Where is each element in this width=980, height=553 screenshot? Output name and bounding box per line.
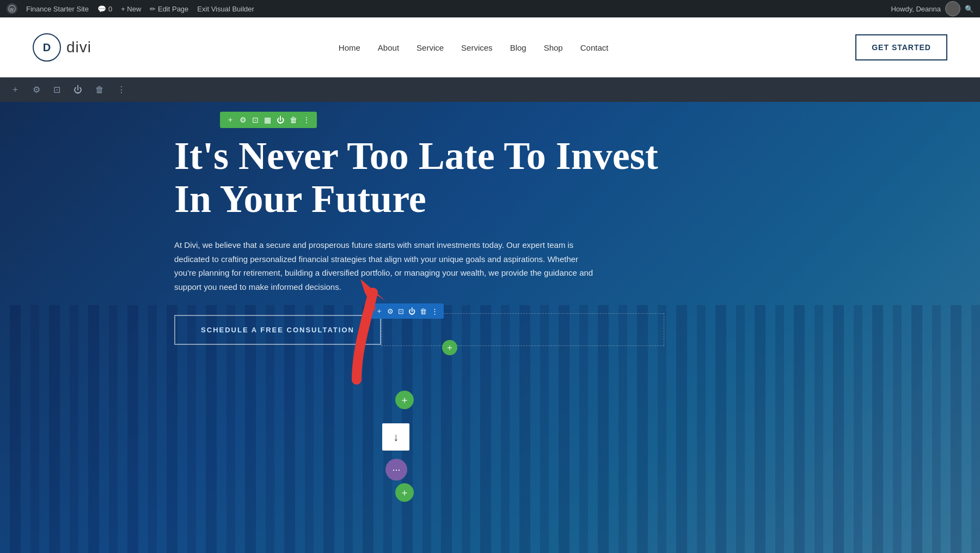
nav-service[interactable]: Service: [416, 43, 444, 52]
search-icon[interactable]: 🔍: [965, 5, 973, 13]
svg-marker-3: [360, 279, 385, 312]
module-power-icon[interactable]: ⏻: [408, 307, 415, 315]
exit-visual-builder-button[interactable]: Exit Visual Builder: [197, 5, 254, 13]
builder-delete-icon[interactable]: 🗑: [93, 83, 106, 97]
add-below-cta-icon[interactable]: ＋: [395, 391, 414, 409]
nav-contact[interactable]: Contact: [580, 43, 609, 52]
builder-settings-icon[interactable]: ⚙: [30, 82, 42, 97]
site-name[interactable]: Finance Starter Site: [26, 5, 89, 13]
comment-icon: 💬: [97, 5, 106, 13]
hero-section: ＋ ⚙ ⊡ ▦ ⏻ 🗑 ⋮ It's Never Too Late To Inv…: [0, 102, 980, 553]
site-nav: Home About Service Services Blog Shop Co…: [339, 43, 609, 52]
purple-dots-icon[interactable]: ···: [385, 459, 407, 481]
nav-shop[interactable]: Shop: [544, 43, 563, 52]
row-duplicate-icon[interactable]: ⊡: [252, 116, 259, 124]
down-arrow-icon[interactable]: ↓: [382, 423, 409, 451]
inner-add-icon[interactable]: ＋: [442, 340, 457, 355]
hero-title: It's Never Too Late To Invest In Your Fu…: [174, 135, 664, 221]
nav-blog[interactable]: Blog: [510, 43, 526, 52]
cta-row: SCHEDULE A FREE CONSULTATION ＋ ⚙ ⊡ ⏻ 🗑 ⋮…: [174, 313, 664, 346]
comments-link[interactable]: 💬 0: [97, 5, 112, 13]
add-below-cta: ＋: [395, 391, 414, 409]
wordpress-logo-icon[interactable]: W: [7, 3, 17, 14]
bottom-add-button: ＋: [395, 483, 414, 502]
inner-add-button: ＋: [442, 340, 457, 355]
hero-content: It's Never Too Late To Invest In Your Fu…: [174, 135, 664, 357]
module-delete-icon[interactable]: 🗑: [420, 307, 427, 315]
down-arrow-button: ↓: [382, 423, 409, 451]
admin-bar: W Finance Starter Site 💬 0 + New ✏ Edit …: [0, 0, 980, 17]
logo-circle: D: [33, 33, 61, 62]
logo-text: divi: [66, 39, 91, 56]
svg-text:W: W: [10, 7, 14, 12]
bottom-add-icon[interactable]: ＋: [395, 483, 414, 502]
builder-duplicate-icon[interactable]: ⊡: [51, 82, 63, 97]
builder-add-icon[interactable]: ＋: [9, 82, 22, 98]
nav-about[interactable]: About: [378, 43, 399, 52]
get-started-button[interactable]: GET STARTED: [855, 34, 947, 60]
row-power-icon[interactable]: ⏻: [277, 116, 284, 124]
nav-home[interactable]: Home: [339, 43, 360, 52]
logo-area: D divi: [33, 33, 91, 62]
red-arrow-annotation: [321, 271, 392, 393]
purple-dots-button: ···: [385, 459, 407, 481]
row-delete-icon[interactable]: 🗑: [290, 116, 297, 124]
howdy-user[interactable]: Howdy, Deanna: [891, 5, 941, 13]
module-duplicate-icon[interactable]: ⊡: [398, 307, 404, 315]
builder-more-icon[interactable]: ⋮: [115, 82, 128, 97]
nav-services[interactable]: Services: [461, 43, 493, 52]
builder-toolbar: ＋ ⚙ ⊡ ⏻ 🗑 ⋮: [0, 77, 980, 102]
user-avatar: [945, 1, 960, 16]
row-toolbar: ＋ ⚙ ⊡ ▦ ⏻ 🗑 ⋮: [220, 112, 317, 128]
row-columns-icon[interactable]: ▦: [264, 116, 271, 124]
site-header: D divi Home About Service Services Blog …: [0, 17, 980, 77]
module-more-icon[interactable]: ⋮: [431, 307, 438, 315]
edit-page-button[interactable]: ✏ Edit Page: [150, 5, 188, 13]
row-settings-icon[interactable]: ⚙: [240, 116, 247, 124]
new-button[interactable]: + New: [121, 5, 141, 13]
row-more-icon[interactable]: ⋮: [303, 116, 310, 124]
builder-power-icon[interactable]: ⏻: [71, 83, 84, 97]
logo-letter: D: [43, 41, 51, 54]
row-add-icon[interactable]: ＋: [226, 115, 234, 125]
comment-count: 0: [108, 5, 112, 13]
